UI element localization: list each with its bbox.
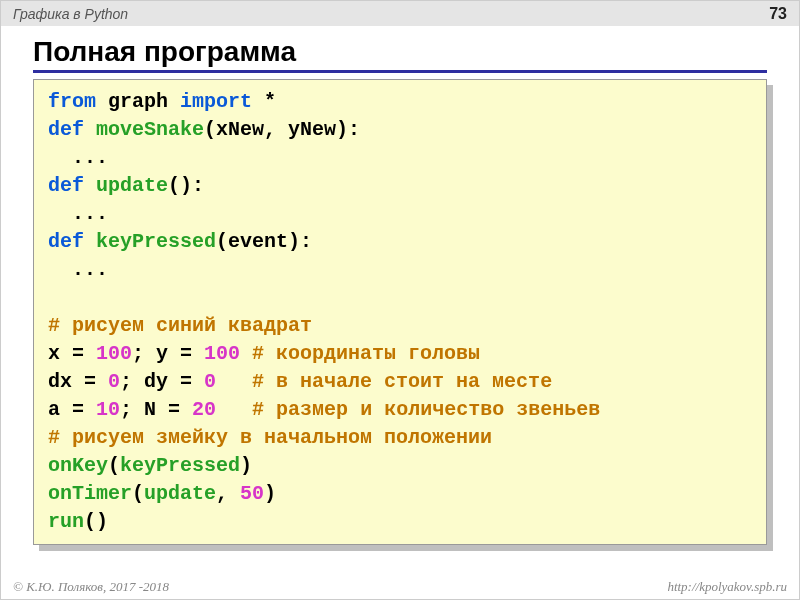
- num: 10: [96, 398, 120, 421]
- mod-name: graph: [108, 90, 168, 113]
- num: 0: [108, 370, 120, 393]
- num: 100: [96, 342, 132, 365]
- code-text: [216, 370, 252, 393]
- import-star: *: [264, 90, 276, 113]
- fn-moveSnake: moveSnake: [96, 118, 204, 141]
- code-text: ;: [120, 398, 144, 421]
- kw-def: def: [48, 174, 84, 197]
- comment: # в начале стоит на месте: [252, 370, 552, 393]
- num: 20: [192, 398, 216, 421]
- kw-def: def: [48, 118, 84, 141]
- slide-title: Полная программа: [33, 36, 767, 73]
- code-text: dx =: [48, 370, 108, 393]
- ellipsis: ...: [48, 202, 108, 225]
- footer-copyright: © К.Ю. Поляков, 2017 -2018: [13, 579, 169, 595]
- topbar-title: Графика в Python: [13, 6, 128, 22]
- kw-def: def: [48, 230, 84, 253]
- sep: ,: [216, 482, 240, 505]
- code-text: ; y =: [132, 342, 204, 365]
- code-content: from graph import * def moveSnake(xNew, …: [33, 79, 767, 545]
- comment: # рисуем синий квадрат: [48, 314, 312, 337]
- kw-from: from: [48, 90, 96, 113]
- comment: # размер и количество звеньев: [252, 398, 600, 421]
- code-text: [216, 398, 252, 421]
- footer: © К.Ю. Поляков, 2017 -2018 http://kpolya…: [1, 579, 799, 595]
- comment: # рисуем змейку в начальном положении: [48, 426, 492, 449]
- arg-keyPressed: keyPressed: [120, 454, 240, 477]
- page-number: 73: [769, 5, 787, 23]
- ellipsis: ...: [48, 146, 108, 169]
- fn-update: update: [96, 174, 168, 197]
- slide-root: Графика в Python 73 Полная программа fro…: [0, 0, 800, 600]
- num: 100: [204, 342, 240, 365]
- call-onTimer: onTimer: [48, 482, 132, 505]
- code-text: ; dy =: [120, 370, 204, 393]
- args: (xNew, yNew):: [204, 118, 360, 141]
- paren: ): [240, 454, 252, 477]
- call-run: run: [48, 510, 84, 533]
- topbar: Графика в Python 73: [1, 1, 799, 26]
- code-text: a =: [48, 398, 96, 421]
- fn-keyPressed: keyPressed: [96, 230, 216, 253]
- arg-update: update: [144, 482, 216, 505]
- code-text: =: [156, 398, 192, 421]
- call-parens: (): [84, 510, 108, 533]
- code-block: from graph import * def moveSnake(xNew, …: [33, 79, 767, 545]
- paren: ): [264, 482, 276, 505]
- num: 50: [240, 482, 264, 505]
- code-text: [240, 342, 252, 365]
- args: (event):: [216, 230, 312, 253]
- paren: (: [108, 454, 120, 477]
- ellipsis: ...: [48, 258, 108, 281]
- call-onKey: onKey: [48, 454, 108, 477]
- kw-import: import: [180, 90, 252, 113]
- code-text: x =: [48, 342, 96, 365]
- args: ():: [168, 174, 204, 197]
- num: 0: [204, 370, 216, 393]
- comment: # координаты головы: [252, 342, 480, 365]
- footer-url: http://kpolyakov.spb.ru: [667, 579, 787, 595]
- var-N: N: [144, 398, 156, 421]
- paren: (: [132, 482, 144, 505]
